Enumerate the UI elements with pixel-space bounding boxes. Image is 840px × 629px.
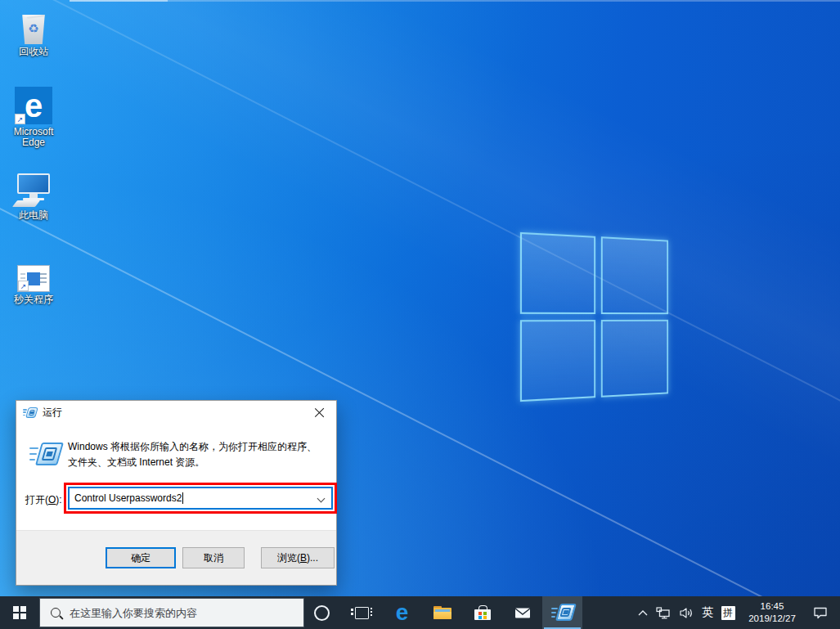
text-caret [182,492,183,504]
clock-time: 16:45 [745,600,799,613]
system-tray: 英 拼 16:45 2019/12/27 [634,596,840,629]
search-input[interactable] [70,607,303,619]
red-annotation-frame: Control Userpasswords2 [64,483,337,514]
store-button[interactable] [462,596,502,629]
run-command-value: Control Userpasswords2 [74,492,182,504]
edge-icon: e ↗ [15,87,52,124]
taskbar: e [0,596,840,629]
close-button[interactable] [302,401,336,424]
search-icon [51,608,61,618]
network-icon [656,607,671,619]
app-window-icon: ↗ [17,265,50,292]
network-tray-button[interactable] [652,596,675,629]
desktop-icon-label: 秒关程序 [5,294,62,305]
shortcut-arrow-icon: ↗ [18,281,29,291]
desktop-icon-this-pc[interactable]: 此电脑 [5,168,62,221]
run-icon [23,407,37,418]
run-icon [29,442,61,467]
run-command-input[interactable]: Control Userpasswords2 [68,487,333,510]
run-dialog-description: Windows 将根据你所输入的名称，为你打开相应的程序、 文件夹、文档或 In… [68,439,326,470]
task-view-icon [355,607,369,619]
start-button[interactable] [0,596,39,629]
taskbar-clock[interactable]: 16:45 2019/12/27 [745,600,799,625]
description-line: Windows 将根据你所输入的名称，为你打开相应的程序、 [68,439,326,455]
desktop: 回收站 e ↗ Microsoft Edge 此电脑 ↗ 秒关程序 [0,0,840,629]
mail-icon [514,607,531,619]
cortana-button[interactable] [302,596,342,629]
windows-logo-pane [520,232,595,314]
ime-language-label: 英 [702,605,713,620]
ok-button[interactable]: 确定 [106,547,176,568]
windows-logo-pane [600,236,668,314]
edge-taskbar-button[interactable]: e [382,596,422,629]
windows-logo-wallpaper [520,232,668,402]
this-pc-icon [15,173,52,208]
desktop-icon-label: 此电脑 [5,210,62,221]
desktop-icon-recycle-bin[interactable]: 回收站 [5,5,62,57]
run-icon [551,604,574,622]
ime-mode-indicator[interactable]: 拼 [717,596,739,629]
cortana-icon [314,605,330,621]
open-label: 打开(O): [25,493,62,507]
run-dialog: 运行 Windows 将根据你所输入的名称，为你打开相应的程序、 文件夹、文档或… [16,400,337,586]
top-edge-line [168,0,840,2]
file-explorer-icon [433,606,451,619]
task-view-button[interactable] [342,596,382,629]
edge-icon: e [396,601,409,624]
taskbar-app-icons: e [302,596,582,629]
run-dialog-titlebar[interactable]: 运行 [16,401,336,424]
start-icon [13,606,27,620]
clock-date: 2019/12/27 [745,613,799,625]
run-app-taskbar-button[interactable] [542,596,582,629]
edge-letter: e [25,89,43,122]
action-center-button[interactable] [806,596,835,629]
run-dialog-footer: 确定 取消 浏览(B)... [16,530,336,585]
mail-button[interactable] [502,596,542,629]
desktop-icon-microsoft-edge[interactable]: e ↗ Microsoft Edge [5,85,62,148]
show-hidden-icons-button[interactable] [634,596,652,629]
combo-chevron-icon[interactable] [317,495,326,503]
file-explorer-button[interactable] [422,596,462,629]
cancel-button[interactable]: 取消 [182,547,245,568]
top-edge-line [70,0,168,2]
desktop-icon-shortcut-app[interactable]: ↗ 秒关程序 [5,253,62,305]
dialog-title: 运行 [43,406,62,420]
shortcut-arrow-icon: ↗ [15,114,25,124]
ime-language-indicator[interactable]: 英 [698,596,717,629]
recycle-bin-icon [21,15,46,44]
description-line: 文件夹、文档或 Internet 资源。 [68,455,326,470]
store-icon [474,605,491,620]
taskbar-search-box[interactable] [39,598,304,627]
browse-button[interactable]: 浏览(B)... [261,547,335,568]
desktop-icon-label: 回收站 [5,47,62,57]
chevron-up-icon [637,609,649,617]
windows-logo-pane [520,320,595,402]
ime-mode-label: 拼 [721,606,735,620]
desktop-icon-label: Microsoft Edge [5,127,62,148]
volume-icon [679,607,694,619]
windows-logo-pane [600,320,668,398]
close-icon [314,407,325,418]
action-center-icon [813,606,828,619]
volume-tray-button[interactable] [675,596,698,629]
